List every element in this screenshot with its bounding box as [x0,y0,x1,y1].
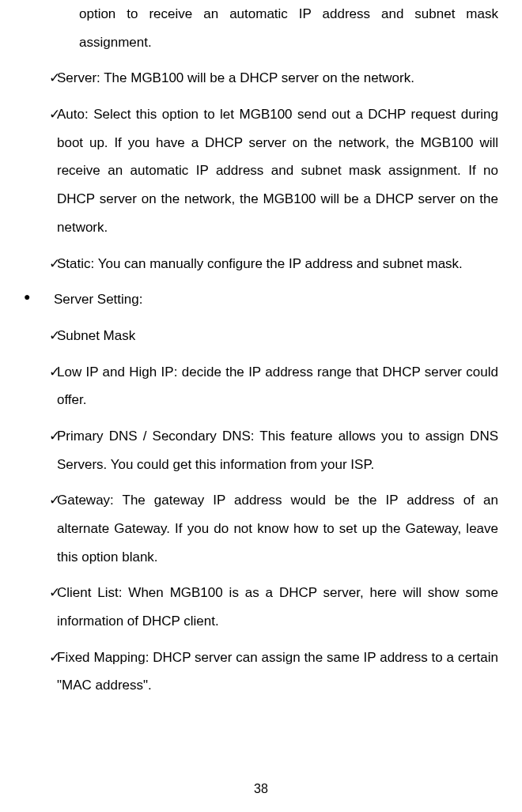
page-number: 38 [0,782,522,796]
list-item-text: Client List: When MGB100 is as a DHCP se… [57,579,498,635]
list-item: ✓ Low IP and High IP: decide the IP addr… [24,358,498,414]
checkmark-icon: ✓ [24,422,57,478]
list-item: ✓ Gateway: The gateway IP address would … [24,486,498,571]
list-item: ✓ Static: You can manually configure the… [24,250,498,278]
checkmark-icon: ✓ [24,579,57,635]
list-item: ✓ Fixed Mapping: DHCP server can assign … [24,644,498,700]
bullet-heading: Server Setting: [54,285,498,314]
list-item-text: Primary DNS / Secondary DNS: This featur… [57,422,498,478]
list-item-text: Auto: Select this option to let MGB100 s… [57,100,498,241]
list-item: ✓ Primary DNS / Secondary DNS: This feat… [24,422,498,478]
list-item: ✓ Server: The MGB100 will be a DHCP serv… [24,64,498,93]
bullet-icon: ● [24,285,54,314]
checkmark-icon: ✓ [24,644,57,700]
list-item-text: Gateway: The gateway IP address would be… [57,486,498,571]
list-item-text: Static: You can manually configure the I… [57,250,498,278]
checkmark-icon: ✓ [24,358,57,414]
list-item-text: Server: The MGB100 will be a DHCP server… [57,64,498,93]
checkmark-icon: ✓ [24,64,57,93]
list-item: ✓ Auto: Select this option to let MGB100… [24,100,498,241]
checkmark-icon: ✓ [24,100,57,241]
list-item-text: Fixed Mapping: DHCP server can assign th… [57,644,498,700]
document-content: option to receive an automatic IP addres… [24,0,498,700]
checkmark-icon: ✓ [24,322,57,350]
list-item-text: Low IP and High IP: decide the IP addres… [57,358,498,414]
list-item: ✓ Client List: When MGB100 is as a DHCP … [24,579,498,635]
bullet-item: ● Server Setting: [24,285,498,314]
list-item-text: Subnet Mask [57,322,498,350]
continuation-text: option to receive an automatic IP addres… [79,0,498,56]
list-item: ✓ Subnet Mask [24,322,498,350]
checkmark-icon: ✓ [24,486,57,571]
checkmark-icon: ✓ [24,250,57,278]
